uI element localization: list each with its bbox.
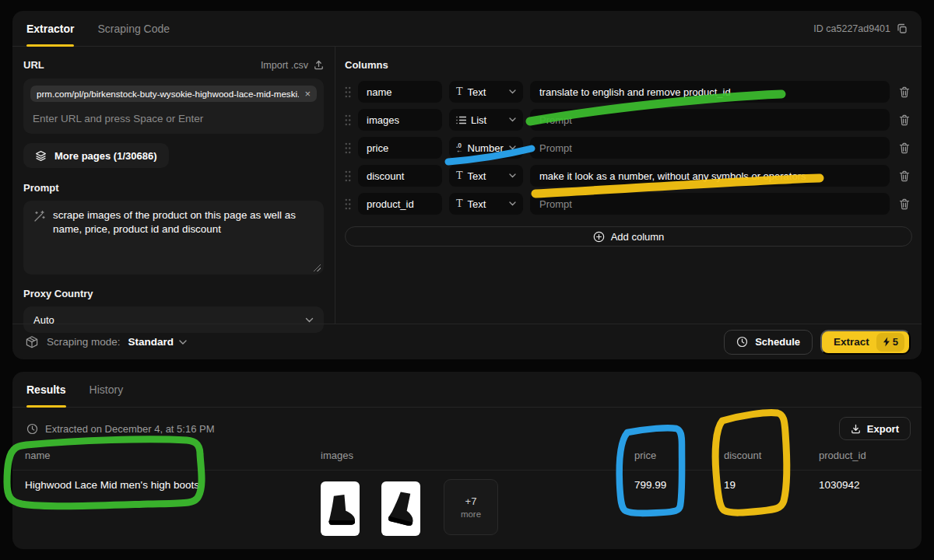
results-tabbar: Results History <box>12 372 922 408</box>
add-column-button[interactable]: Add column <box>345 226 912 247</box>
schedule-button[interactable]: Schedule <box>724 330 813 355</box>
more-pages-label: More pages (1/30686) <box>54 150 157 162</box>
more-images-tile[interactable]: +7 more <box>444 479 498 535</box>
column-row: discount T Text make it look as a number… <box>345 165 912 187</box>
left-panel: URL Import .csv prm.com/pl/p/birkenstock… <box>12 47 335 324</box>
extractor-card: Extractor Scraping Code ID ca5227ad9401 … <box>12 11 922 359</box>
copy-icon[interactable] <box>897 23 908 34</box>
column-type-value: List <box>471 114 486 126</box>
chevron-down-icon <box>305 317 314 323</box>
cell-product-id: 1030942 <box>819 479 909 491</box>
product-image-thumb[interactable] <box>321 481 360 536</box>
extractor-id-text: ID ca5227ad9401 <box>813 23 890 34</box>
extractor-tabbar: Extractor Scraping Code ID ca5227ad9401 <box>12 11 922 47</box>
trash-icon[interactable] <box>897 86 912 98</box>
prompt-text: scrape images of the product on this pag… <box>53 208 314 267</box>
extract-label: Extract <box>834 336 869 348</box>
boot-image <box>325 487 356 530</box>
extracted-timestamp: Extracted on December 4, at 5:16 PM <box>26 423 215 435</box>
scraping-mode-label: Scraping mode: <box>47 336 121 348</box>
scraping-mode-value: Standard <box>128 336 174 348</box>
tab-results[interactable]: Results <box>26 372 66 407</box>
text-type-icon: T <box>456 86 463 98</box>
column-prompt-input[interactable]: make it look as a number, without any sy… <box>530 165 890 187</box>
table-row: Highwood Lace Mid men's high boots +7 <box>12 471 922 536</box>
header-product-id: product_id <box>819 450 909 461</box>
drag-handle-icon[interactable] <box>345 198 351 210</box>
column-name-input[interactable]: product_id <box>358 193 442 215</box>
cell-price: 799.99 <box>634 479 724 491</box>
tab-history[interactable]: History <box>90 372 124 407</box>
header-name: name <box>25 450 321 461</box>
cell-name: Highwood Lace Mid men's high boots <box>25 479 321 491</box>
scraping-mode-select[interactable]: Standard <box>128 336 188 348</box>
extract-button[interactable]: Extract 5 <box>820 330 911 355</box>
prompt-textarea[interactable]: scrape images of the product on this pag… <box>23 201 324 275</box>
tab-extractor[interactable]: Extractor <box>26 11 74 46</box>
column-type-select[interactable]: .0 ← Number <box>449 137 523 159</box>
column-type-value: Text <box>468 170 486 182</box>
tab-scraping-code[interactable]: Scraping Code <box>97 11 170 46</box>
column-type-select[interactable]: T Text <box>449 81 523 103</box>
header-price: price <box>634 450 724 461</box>
column-type-select[interactable]: T Text <box>449 193 523 215</box>
cell-images: +7 more <box>321 479 634 536</box>
trash-icon[interactable] <box>897 114 912 126</box>
export-button[interactable]: Export <box>839 417 911 440</box>
drag-handle-icon[interactable] <box>345 170 351 182</box>
schedule-label: Schedule <box>755 336 800 348</box>
url-label: URL <box>23 59 44 71</box>
more-images-count: +7 <box>465 495 477 507</box>
plus-circle-icon <box>593 231 605 243</box>
download-icon <box>851 424 861 434</box>
trash-icon[interactable] <box>897 142 912 154</box>
prompt-label: Prompt <box>23 182 324 194</box>
text-type-icon: T <box>456 198 463 210</box>
drag-handle-icon[interactable] <box>345 86 351 98</box>
number-type-icon: .0 ← <box>456 143 463 152</box>
text-type-icon: T <box>456 170 463 182</box>
column-type-select[interactable]: T Text <box>449 165 523 187</box>
column-type-value: Text <box>468 198 486 210</box>
extracted-text: Extracted on December 4, at 5:16 PM <box>45 423 215 435</box>
column-prompt-input[interactable]: Prompt <box>530 193 890 215</box>
credits-badge: 5 <box>876 333 904 352</box>
header-images: images <box>321 450 634 461</box>
column-name-input[interactable]: name <box>358 81 442 103</box>
clock-icon <box>26 423 38 435</box>
extractor-id-badge: ID ca5227ad9401 <box>813 23 908 34</box>
column-name-input[interactable]: price <box>358 137 442 159</box>
column-type-select[interactable]: List <box>449 109 523 131</box>
trash-icon[interactable] <box>897 198 912 210</box>
chevron-down-icon <box>509 145 516 150</box>
number-icon-arrow: ← <box>456 148 463 152</box>
column-prompt-input[interactable]: Prompt <box>530 137 890 159</box>
column-name-input[interactable]: discount <box>358 165 442 187</box>
chip-close-icon[interactable]: × <box>304 89 311 99</box>
url-input[interactable]: prm.com/pl/p/birkenstock-buty-wysokie-hi… <box>23 79 324 134</box>
chevron-down-icon <box>509 173 516 178</box>
drag-handle-icon[interactable] <box>345 114 351 126</box>
column-name-input[interactable]: images <box>358 109 442 131</box>
import-csv-label: Import .csv <box>261 60 308 71</box>
more-pages-button[interactable]: More pages (1/30686) <box>23 143 169 168</box>
resize-handle[interactable] <box>314 264 321 271</box>
drag-handle-icon[interactable] <box>345 142 351 154</box>
more-images-label: more <box>461 509 481 519</box>
wand-icon <box>33 210 45 267</box>
product-image-thumb[interactable] <box>381 481 420 536</box>
column-row: price .0 ← Number Prompt <box>345 137 912 159</box>
column-row: name T Text translate to english and rem… <box>345 81 912 103</box>
import-csv-button[interactable]: Import .csv <box>261 60 324 71</box>
extractor-footer: Scraping mode: Standard Schedule Extract… <box>12 324 922 359</box>
column-type-value: Number <box>468 142 504 154</box>
chevron-down-icon <box>509 201 516 206</box>
url-chip[interactable]: prm.com/pl/p/birkenstock-buty-wysokie-hi… <box>30 86 317 102</box>
url-placeholder: Enter URL and press Space or Enter <box>33 113 314 124</box>
column-prompt-input[interactable]: translate to english and remove product_… <box>530 81 890 103</box>
chevron-down-icon <box>509 89 516 94</box>
trash-icon[interactable] <box>897 170 912 182</box>
results-table-header: name images price discount product_id <box>12 440 922 471</box>
column-type-value: Text <box>468 86 486 98</box>
column-prompt-input[interactable]: Prompt <box>530 109 890 131</box>
